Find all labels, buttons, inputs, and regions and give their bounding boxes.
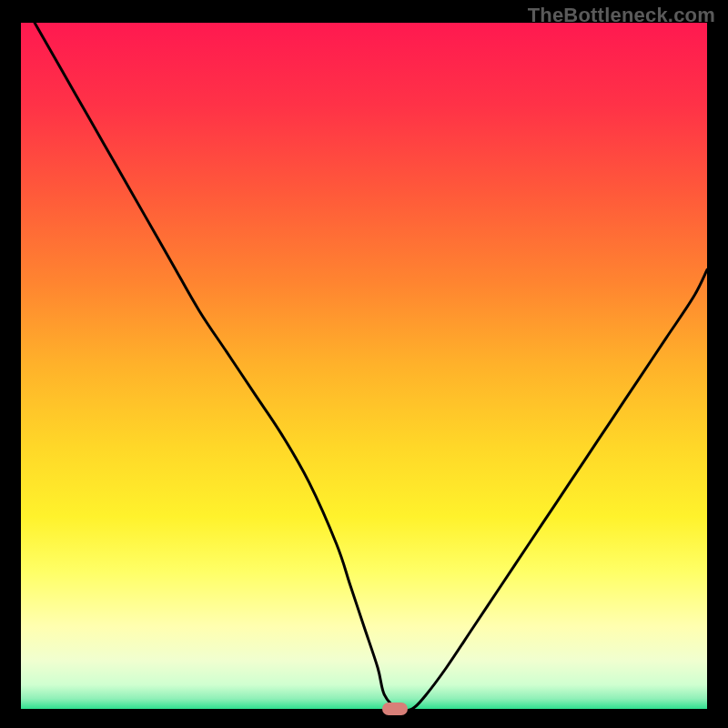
optimal-marker — [382, 703, 408, 715]
gradient-background — [21, 23, 707, 709]
chart-frame: TheBottleneck.com — [0, 0, 728, 728]
bottleneck-chart — [21, 23, 707, 709]
